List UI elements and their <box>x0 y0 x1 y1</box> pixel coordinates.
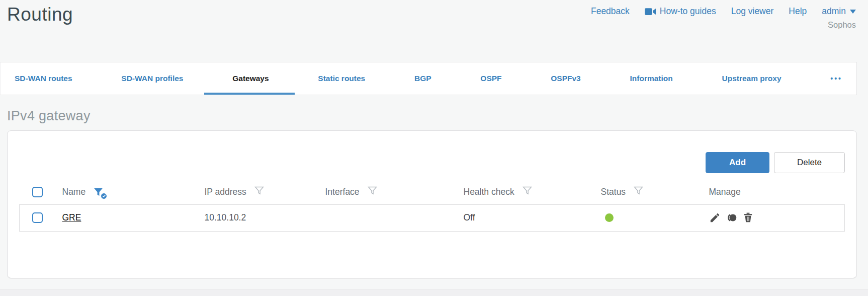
tab-ospf[interactable]: OSPF <box>473 62 508 95</box>
select-all-checkbox[interactable] <box>32 187 43 197</box>
how-to-guides-link[interactable]: How-to guides <box>645 6 716 17</box>
filter-icon-ip-address[interactable] <box>254 185 265 198</box>
tab-sd-wan-profiles[interactable]: SD-WAN profiles <box>114 62 190 95</box>
main-content: IPv4 gateway Add Delete Name <box>0 108 868 278</box>
log-viewer-label: Log viewer <box>731 6 774 17</box>
column-header-ip-address: IP address <box>205 187 246 197</box>
tab-information[interactable]: Information <box>623 62 679 95</box>
header-right: Feedback How-to guides Log viewer Help a… <box>591 3 856 62</box>
gateway-panel: Add Delete Name <box>7 130 857 278</box>
tab-upstream-proxy[interactable]: Upstream proxy <box>715 62 788 95</box>
clone-icon[interactable] <box>725 212 738 224</box>
tab-static-routes[interactable]: Static routes <box>311 62 372 95</box>
gateway-ip-address: 10.10.10.2 <box>205 204 325 231</box>
caret-down-icon <box>850 10 856 14</box>
tab-bgp[interactable]: BGP <box>407 62 439 95</box>
footer-strip <box>0 289 868 296</box>
tab-bar: SD-WAN routes SD-WAN profiles Gateways S… <box>0 62 857 95</box>
feedback-link[interactable]: Feedback <box>591 6 630 17</box>
filter-icon-name-active[interactable] <box>93 187 104 197</box>
help-label: Help <box>789 6 807 17</box>
column-header-status: Status <box>601 187 626 197</box>
how-to-guides-label: How-to guides <box>660 6 716 17</box>
header-links: Feedback How-to guides Log viewer Help a… <box>591 6 856 17</box>
log-viewer-link[interactable]: Log viewer <box>731 6 774 17</box>
column-header-name: Name <box>62 187 86 197</box>
gateway-table: Name IP address <box>19 180 845 232</box>
filter-check-badge <box>101 193 107 199</box>
section-heading: IPv4 gateway <box>7 108 857 124</box>
table-row: GRE 10.10.10.2 Off <box>20 204 845 231</box>
gateway-interface <box>325 204 464 231</box>
gateway-name-link[interactable]: GRE <box>62 212 81 223</box>
filter-icon-status[interactable] <box>633 185 644 198</box>
edit-icon[interactable] <box>709 212 721 224</box>
add-button[interactable]: Add <box>706 152 769 173</box>
column-header-manage: Manage <box>709 187 741 197</box>
top-header: Routing Feedback How-to guides Log viewe… <box>0 0 868 62</box>
status-up-indicator <box>605 213 614 222</box>
toolbar: Add Delete <box>19 152 845 173</box>
manage-actions <box>709 212 845 224</box>
delete-icon[interactable] <box>742 212 754 224</box>
filter-icon-interface[interactable] <box>367 185 378 198</box>
video-camera-icon <box>645 8 656 16</box>
row-checkbox[interactable] <box>32 212 43 223</box>
delete-button[interactable]: Delete <box>774 152 845 173</box>
admin-menu[interactable]: admin <box>822 6 856 17</box>
admin-menu-label: admin <box>822 6 846 17</box>
tab-sd-wan-routes[interactable]: SD-WAN routes <box>8 62 79 95</box>
tab-ospfv3[interactable]: OSPFv3 <box>544 62 587 95</box>
page-title: Routing <box>7 3 73 62</box>
filter-icon-health-check[interactable] <box>522 185 533 198</box>
feedback-link-label: Feedback <box>591 6 630 17</box>
brand-label: Sophos <box>591 20 856 30</box>
gateway-health-check: Off <box>464 204 601 231</box>
column-header-interface: Interface <box>325 187 360 197</box>
tab-overflow-menu[interactable]: ••• <box>823 62 849 95</box>
column-header-health-check: Health check <box>464 187 514 197</box>
help-link[interactable]: Help <box>789 6 807 17</box>
tab-gateways[interactable]: Gateways <box>225 62 276 95</box>
table-header-row: Name IP address <box>20 180 845 204</box>
